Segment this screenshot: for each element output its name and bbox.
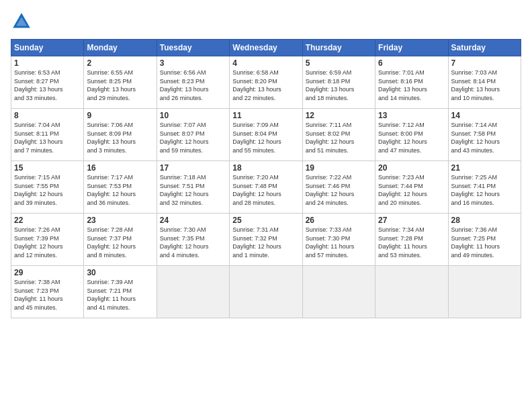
calendar-cell [230, 266, 302, 318]
day-number: 2 [87, 58, 153, 68]
day-number: 21 [451, 163, 518, 173]
day-info: Sunrise: 7:34 AM Sunset: 7:28 PM Dayligh… [378, 226, 445, 259]
calendar-week-1: 1Sunrise: 6:53 AM Sunset: 8:27 PM Daylig… [11, 56, 521, 109]
day-info: Sunrise: 7:06 AM Sunset: 8:09 PM Dayligh… [87, 121, 153, 154]
day-number: 25 [232, 216, 299, 225]
day-info: Sunrise: 7:20 AM Sunset: 7:48 PM Dayligh… [232, 173, 299, 207]
logo [11, 11, 35, 32]
calendar-cell: 18Sunrise: 7:20 AM Sunset: 7:48 PM Dayli… [230, 161, 302, 214]
day-number: 14 [451, 111, 518, 120]
day-info: Sunrise: 7:15 AM Sunset: 7:55 PM Dayligh… [14, 173, 81, 207]
day-number: 23 [87, 216, 153, 225]
day-number: 10 [160, 111, 226, 120]
day-number: 29 [14, 268, 81, 277]
header [11, 11, 521, 32]
day-number: 6 [378, 58, 445, 68]
calendar-cell: 22Sunrise: 7:26 AM Sunset: 7:39 PM Dayli… [11, 214, 84, 266]
weekday-header-wednesday: Wednesday [230, 40, 302, 56]
weekday-header-row: SundayMondayTuesdayWednesdayThursdayFrid… [11, 40, 521, 56]
day-info: Sunrise: 6:59 AM Sunset: 8:18 PM Dayligh… [306, 68, 372, 102]
calendar-cell [375, 266, 448, 318]
weekday-header-monday: Monday [84, 40, 157, 56]
day-info: Sunrise: 7:26 AM Sunset: 7:39 PM Dayligh… [14, 226, 81, 259]
day-number: 20 [378, 163, 445, 173]
calendar-cell: 16Sunrise: 7:17 AM Sunset: 7:53 PM Dayli… [84, 161, 157, 214]
day-info: Sunrise: 6:53 AM Sunset: 8:27 PM Dayligh… [14, 68, 81, 102]
day-info: Sunrise: 7:30 AM Sunset: 7:35 PM Dayligh… [160, 226, 226, 259]
calendar-cell: 2Sunrise: 6:55 AM Sunset: 8:25 PM Daylig… [84, 56, 157, 109]
calendar-cell: 20Sunrise: 7:23 AM Sunset: 7:44 PM Dayli… [375, 161, 448, 214]
weekday-header-tuesday: Tuesday [157, 40, 229, 56]
day-number: 13 [378, 111, 445, 120]
day-number: 12 [306, 111, 372, 120]
calendar-cell: 4Sunrise: 6:58 AM Sunset: 8:20 PM Daylig… [230, 56, 302, 109]
day-number: 17 [160, 163, 226, 173]
calendar-week-4: 22Sunrise: 7:26 AM Sunset: 7:39 PM Dayli… [11, 214, 521, 266]
day-number: 18 [232, 163, 299, 173]
day-info: Sunrise: 7:17 AM Sunset: 7:53 PM Dayligh… [87, 173, 153, 207]
day-info: Sunrise: 7:25 AM Sunset: 7:41 PM Dayligh… [451, 173, 518, 207]
calendar-cell: 8Sunrise: 7:04 AM Sunset: 8:11 PM Daylig… [11, 109, 84, 161]
calendar-cell [157, 266, 229, 318]
calendar-cell: 24Sunrise: 7:30 AM Sunset: 7:35 PM Dayli… [157, 214, 229, 266]
calendar-cell: 21Sunrise: 7:25 AM Sunset: 7:41 PM Dayli… [448, 161, 521, 214]
calendar-cell: 12Sunrise: 7:11 AM Sunset: 8:02 PM Dayli… [302, 109, 375, 161]
day-number: 27 [378, 216, 445, 225]
day-number: 15 [14, 163, 81, 173]
day-number: 26 [306, 216, 372, 225]
calendar-cell: 29Sunrise: 7:38 AM Sunset: 7:23 PM Dayli… [11, 266, 84, 318]
day-info: Sunrise: 7:18 AM Sunset: 7:51 PM Dayligh… [160, 173, 226, 207]
page: SundayMondayTuesdayWednesdayThursdayFrid… [0, 0, 532, 411]
day-info: Sunrise: 7:09 AM Sunset: 8:04 PM Dayligh… [232, 121, 299, 154]
day-info: Sunrise: 6:56 AM Sunset: 8:23 PM Dayligh… [160, 68, 226, 102]
calendar-cell [448, 266, 521, 318]
day-info: Sunrise: 7:01 AM Sunset: 8:16 PM Dayligh… [378, 68, 445, 102]
calendar-week-5: 29Sunrise: 7:38 AM Sunset: 7:23 PM Dayli… [11, 266, 521, 318]
day-info: Sunrise: 7:33 AM Sunset: 7:30 PM Dayligh… [306, 226, 372, 259]
day-info: Sunrise: 7:38 AM Sunset: 7:23 PM Dayligh… [14, 278, 81, 312]
day-info: Sunrise: 7:14 AM Sunset: 7:58 PM Dayligh… [451, 121, 518, 154]
weekday-header-saturday: Saturday [448, 40, 521, 56]
calendar-cell: 13Sunrise: 7:12 AM Sunset: 8:00 PM Dayli… [375, 109, 448, 161]
calendar-cell: 10Sunrise: 7:07 AM Sunset: 8:07 PM Dayli… [157, 109, 229, 161]
calendar-cell: 14Sunrise: 7:14 AM Sunset: 7:58 PM Dayli… [448, 109, 521, 161]
day-number: 30 [87, 268, 153, 277]
day-info: Sunrise: 7:28 AM Sunset: 7:37 PM Dayligh… [87, 226, 153, 259]
day-info: Sunrise: 6:55 AM Sunset: 8:25 PM Dayligh… [87, 68, 153, 102]
calendar-cell: 9Sunrise: 7:06 AM Sunset: 8:09 PM Daylig… [84, 109, 157, 161]
day-number: 5 [306, 58, 372, 68]
calendar-cell: 17Sunrise: 7:18 AM Sunset: 7:51 PM Dayli… [157, 161, 229, 214]
day-info: Sunrise: 7:31 AM Sunset: 7:32 PM Dayligh… [232, 226, 299, 259]
calendar-cell: 11Sunrise: 7:09 AM Sunset: 8:04 PM Dayli… [230, 109, 302, 161]
day-info: Sunrise: 7:07 AM Sunset: 8:07 PM Dayligh… [160, 121, 226, 154]
calendar-cell: 25Sunrise: 7:31 AM Sunset: 7:32 PM Dayli… [230, 214, 302, 266]
logo-icon [11, 11, 32, 32]
calendar-cell: 1Sunrise: 6:53 AM Sunset: 8:27 PM Daylig… [11, 56, 84, 109]
calendar-week-2: 8Sunrise: 7:04 AM Sunset: 8:11 PM Daylig… [11, 109, 521, 161]
day-info: Sunrise: 7:36 AM Sunset: 7:25 PM Dayligh… [451, 226, 518, 259]
weekday-header-thursday: Thursday [302, 40, 375, 56]
calendar-cell: 3Sunrise: 6:56 AM Sunset: 8:23 PM Daylig… [157, 56, 229, 109]
calendar-cell [302, 266, 375, 318]
calendar-cell: 28Sunrise: 7:36 AM Sunset: 7:25 PM Dayli… [448, 214, 521, 266]
calendar-cell: 30Sunrise: 7:39 AM Sunset: 7:21 PM Dayli… [84, 266, 157, 318]
day-info: Sunrise: 7:22 AM Sunset: 7:46 PM Dayligh… [306, 173, 372, 207]
day-number: 24 [160, 216, 226, 225]
calendar-cell: 26Sunrise: 7:33 AM Sunset: 7:30 PM Dayli… [302, 214, 375, 266]
day-info: Sunrise: 7:23 AM Sunset: 7:44 PM Dayligh… [378, 173, 445, 207]
day-info: Sunrise: 7:04 AM Sunset: 8:11 PM Dayligh… [14, 121, 81, 154]
day-number: 4 [232, 58, 299, 68]
day-number: 16 [87, 163, 153, 173]
calendar-cell: 5Sunrise: 6:59 AM Sunset: 8:18 PM Daylig… [302, 56, 375, 109]
day-number: 3 [160, 58, 226, 68]
weekday-header-sunday: Sunday [11, 40, 84, 56]
calendar-cell: 15Sunrise: 7:15 AM Sunset: 7:55 PM Dayli… [11, 161, 84, 214]
day-number: 8 [14, 111, 81, 120]
day-number: 22 [14, 216, 81, 225]
day-number: 28 [451, 216, 518, 225]
day-number: 1 [14, 58, 81, 68]
day-number: 11 [232, 111, 299, 120]
day-number: 9 [87, 111, 153, 120]
calendar-cell: 7Sunrise: 7:03 AM Sunset: 8:14 PM Daylig… [448, 56, 521, 109]
day-info: Sunrise: 7:39 AM Sunset: 7:21 PM Dayligh… [87, 278, 153, 312]
